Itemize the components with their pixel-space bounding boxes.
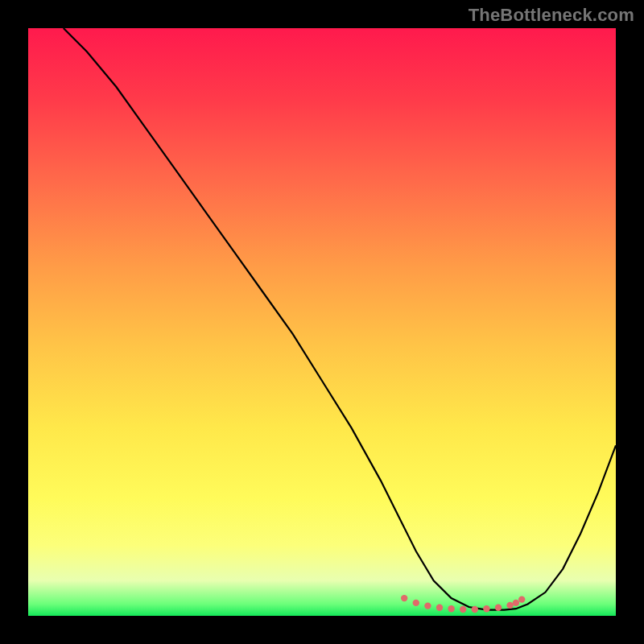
flat-region-dot: [518, 596, 525, 602]
flat-region-dot: [448, 605, 454, 612]
flat-region-dot: [483, 605, 489, 612]
plot-area: [28, 28, 616, 616]
flat-region-dot: [495, 605, 502, 611]
flat-region-dot: [424, 602, 431, 609]
watermark-text: TheBottleneck.com: [469, 5, 634, 26]
flat-region-dot: [436, 605, 443, 611]
flat-region-dot: [401, 595, 407, 601]
chart-frame: TheBottleneck.com: [0, 0, 644, 644]
flat-region-dot: [513, 600, 519, 606]
flat-region-dot: [413, 600, 419, 606]
flat-region-dot: [460, 606, 466, 613]
flat-region-dot: [472, 606, 478, 613]
flat-region-dot: [506, 602, 513, 609]
main-curve: [64, 28, 616, 610]
curve-layer: [28, 28, 616, 616]
